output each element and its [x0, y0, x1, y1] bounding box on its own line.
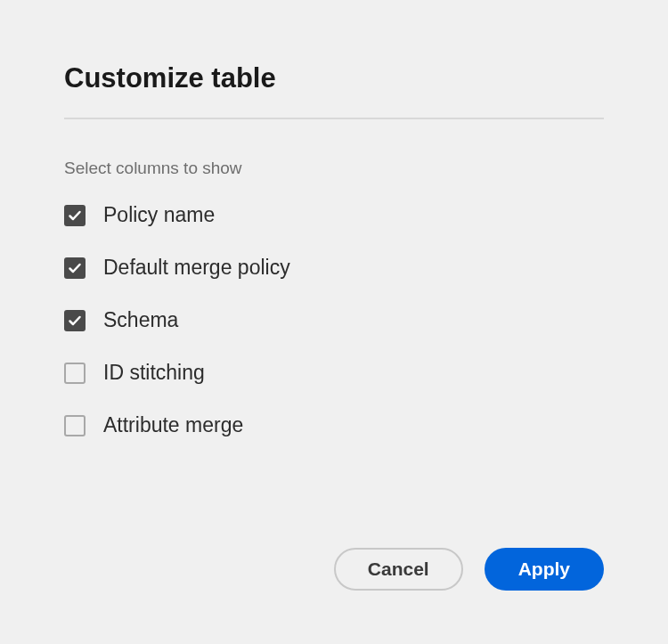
- check-icon: [68, 261, 82, 275]
- check-icon: [68, 208, 82, 223]
- divider: [64, 118, 604, 119]
- checkbox[interactable]: [64, 205, 86, 226]
- option-default-merge-policy[interactable]: Default merge policy: [64, 256, 604, 280]
- checkbox[interactable]: [64, 257, 86, 279]
- options-list: Policy name Default merge policy Schema …: [64, 203, 604, 437]
- option-label: Schema: [103, 308, 178, 332]
- checkbox[interactable]: [64, 415, 86, 436]
- option-id-stitching[interactable]: ID stitching: [64, 361, 604, 385]
- dialog-title: Customize table: [64, 62, 604, 94]
- apply-button[interactable]: Apply: [485, 548, 604, 591]
- option-label: Default merge policy: [103, 256, 290, 280]
- option-label: Attribute merge: [103, 413, 243, 437]
- check-icon: [68, 314, 82, 328]
- option-attribute-merge[interactable]: Attribute merge: [64, 413, 604, 437]
- option-label: Policy name: [103, 203, 215, 227]
- subtitle: Select columns to show: [64, 159, 604, 178]
- dialog-footer: Cancel Apply: [64, 548, 604, 591]
- checkbox[interactable]: [64, 363, 86, 384]
- option-policy-name[interactable]: Policy name: [64, 203, 604, 227]
- checkbox[interactable]: [64, 310, 86, 331]
- option-label: ID stitching: [103, 361, 205, 385]
- cancel-button[interactable]: Cancel: [334, 548, 463, 591]
- option-schema[interactable]: Schema: [64, 308, 604, 332]
